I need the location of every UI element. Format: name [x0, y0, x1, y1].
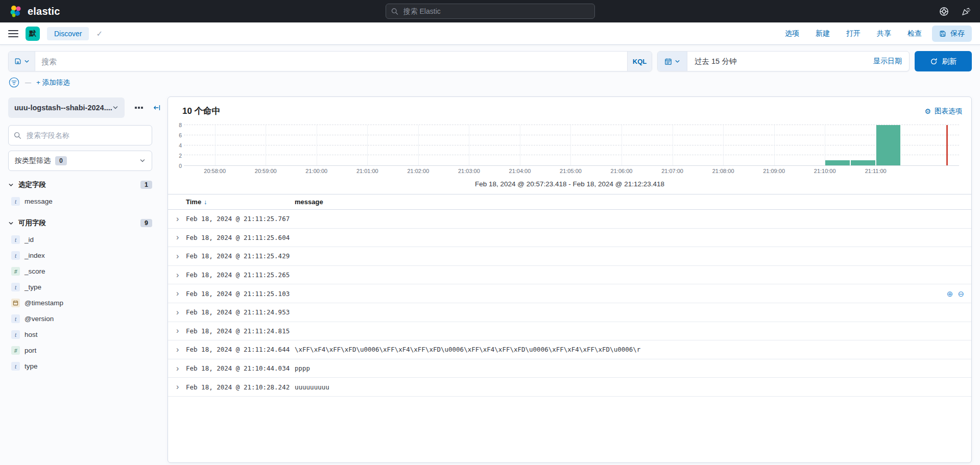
- query-input[interactable]: [35, 52, 627, 71]
- x-tick-label: 21:08:00: [712, 168, 734, 174]
- cell-time: Feb 18, 2024 @ 21:11:24.644: [186, 346, 295, 353]
- toolbar-link[interactable]: 共享: [877, 29, 891, 38]
- string-field-icon: t: [11, 235, 20, 244]
- expand-row-icon[interactable]: ›: [176, 215, 186, 223]
- cell-message: uuuuuuuuu: [295, 383, 963, 391]
- global-search[interactable]: [386, 4, 595, 19]
- field-item[interactable]: ttype: [8, 358, 152, 374]
- row-actions: ⊕⊖: [947, 290, 964, 298]
- cell-time: Feb 18, 2024 @ 21:11:25.767: [186, 215, 295, 223]
- cell-time: Feb 18, 2024 @ 21:11:24.953: [186, 308, 295, 316]
- sort-descending-icon[interactable]: ↓: [204, 199, 207, 206]
- string-field-icon: t: [11, 197, 20, 206]
- chevron-down-icon: [139, 158, 146, 164]
- expand-row-icon[interactable]: ›: [176, 346, 186, 354]
- date-quick-select-button[interactable]: [658, 52, 687, 71]
- calendar-icon: [664, 58, 672, 65]
- histogram-chart[interactable]: 02468: [176, 125, 963, 166]
- field-name: port: [25, 347, 36, 354]
- chart-options-button[interactable]: ⚙ 图表选项: [924, 107, 963, 116]
- collapse-sidebar-icon[interactable]: [153, 104, 160, 112]
- field-item[interactable]: thost: [8, 327, 152, 342]
- time-range-value[interactable]: 过去 15 分钟: [687, 57, 736, 66]
- elastic-logo[interactable]: elastic: [9, 5, 60, 18]
- expand-row-icon[interactable]: ›: [176, 327, 186, 335]
- column-header-message[interactable]: message: [295, 198, 323, 206]
- expand-row-icon[interactable]: ›: [176, 383, 186, 391]
- toolbar-link[interactable]: 选项: [785, 29, 799, 38]
- add-filter-button[interactable]: + 添加筛选: [36, 78, 70, 87]
- table-row[interactable]: ›Feb 18, 2024 @ 21:11:24.815: [168, 322, 971, 341]
- space-avatar[interactable]: 默: [26, 27, 40, 41]
- x-gridline: [469, 125, 469, 165]
- table-row[interactable]: ›Feb 18, 2024 @ 21:11:25.265: [168, 266, 971, 285]
- field-item[interactable]: tmessage: [8, 193, 152, 209]
- refresh-button[interactable]: 刷新: [915, 51, 972, 71]
- selected-fields-label: 选定字段: [18, 180, 46, 189]
- x-tick-label: 21:02:00: [407, 168, 429, 174]
- table-row[interactable]: ›Feb 18, 2024 @ 21:11:25.767: [168, 210, 971, 229]
- index-pattern-select[interactable]: uuu-logstash--shabi-2024....: [8, 97, 125, 118]
- histogram-bar[interactable]: [851, 160, 875, 165]
- filter-out-value-icon[interactable]: ⊖: [958, 290, 964, 298]
- y-gridline: [184, 125, 959, 125]
- expand-row-icon[interactable]: ›: [176, 271, 186, 279]
- field-search[interactable]: [8, 125, 152, 145]
- saved-query-menu-button[interactable]: [9, 52, 35, 71]
- expand-row-icon[interactable]: ›: [176, 289, 186, 298]
- toolbar-link[interactable]: 新建: [816, 29, 830, 38]
- table-row[interactable]: ›Feb 18, 2024 @ 21:10:28.242uuuuuuuuu: [168, 378, 971, 397]
- expand-row-icon[interactable]: ›: [176, 252, 186, 260]
- table-row[interactable]: ›Feb 18, 2024 @ 21:11:24.644\xFF\xF4\xFF…: [168, 340, 971, 359]
- expand-row-icon[interactable]: ›: [176, 364, 186, 373]
- x-gridline: [367, 125, 368, 165]
- column-header-time[interactable]: Time: [186, 198, 201, 206]
- filter-by-type-label: 按类型筛选: [15, 156, 51, 165]
- table-row[interactable]: ›Feb 18, 2024 @ 21:11:25.103⊕⊖: [168, 284, 971, 303]
- field-search-input[interactable]: [26, 131, 147, 140]
- x-tick-label: 21:00:00: [305, 168, 327, 174]
- y-tick-label: 6: [179, 133, 182, 138]
- field-item[interactable]: @timestamp: [8, 295, 152, 311]
- table-row[interactable]: ›Feb 18, 2024 @ 21:11:25.604: [168, 229, 971, 248]
- selected-fields-section[interactable]: 选定字段 1: [8, 180, 152, 189]
- expand-row-icon[interactable]: ›: [176, 233, 186, 241]
- help-icon[interactable]: [939, 7, 949, 16]
- show-dates-button[interactable]: 显示日期: [873, 57, 909, 66]
- field-item[interactable]: t_type: [8, 279, 152, 295]
- expand-row-icon[interactable]: ›: [176, 308, 186, 316]
- filter-icon[interactable]: [8, 77, 20, 88]
- histogram-bar[interactable]: [825, 160, 850, 165]
- number-field-icon: #: [11, 346, 20, 355]
- search-icon: [14, 132, 21, 139]
- current-time-marker: [946, 125, 948, 165]
- table-row[interactable]: ›Feb 18, 2024 @ 21:10:44.034pppp: [168, 359, 971, 378]
- newsfeed-icon[interactable]: [961, 7, 971, 16]
- field-options-icon[interactable]: [135, 107, 143, 109]
- menu-icon[interactable]: [8, 28, 18, 39]
- table-body: ›Feb 18, 2024 @ 21:11:25.767›Feb 18, 202…: [168, 210, 971, 397]
- save-button[interactable]: 保存: [932, 26, 972, 42]
- global-search-input[interactable]: [402, 7, 589, 16]
- field-item[interactable]: t@version: [8, 311, 152, 327]
- field-item[interactable]: t_index: [8, 248, 152, 263]
- toolbar-link[interactable]: 检查: [907, 29, 922, 38]
- x-gridline: [317, 125, 317, 165]
- cell-time: Feb 18, 2024 @ 21:10:44.034: [186, 364, 295, 372]
- toolbar-link[interactable]: 打开: [846, 29, 861, 38]
- toolbar-links: 选项新建打开共享检查: [785, 29, 922, 38]
- table-row[interactable]: ›Feb 18, 2024 @ 21:11:24.953: [168, 303, 971, 322]
- selected-fields-count: 1: [140, 181, 152, 189]
- query-language-button[interactable]: KQL: [627, 52, 652, 71]
- histogram-bar[interactable]: [876, 125, 901, 165]
- field-item[interactable]: #_score: [8, 263, 152, 279]
- x-tick-label: 21:03:00: [458, 168, 480, 174]
- table-row[interactable]: ›Feb 18, 2024 @ 21:11:25.429: [168, 247, 971, 266]
- elastic-logo-icon: [9, 5, 22, 18]
- field-item[interactable]: #port: [8, 342, 152, 358]
- available-fields-section[interactable]: 可用字段 9: [8, 218, 152, 228]
- breadcrumb[interactable]: Discover: [47, 27, 89, 40]
- filter-by-type-button[interactable]: 按类型筛选 0: [8, 151, 152, 171]
- field-item[interactable]: t_id: [8, 232, 152, 248]
- filter-for-value-icon[interactable]: ⊕: [947, 290, 953, 298]
